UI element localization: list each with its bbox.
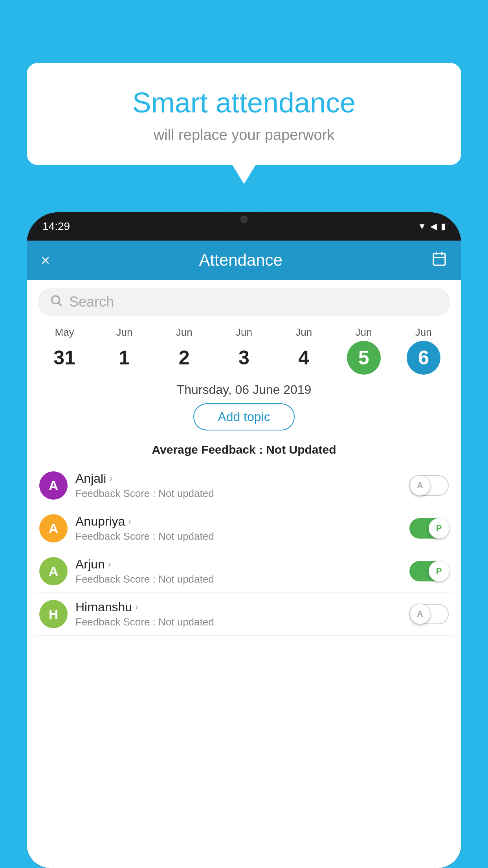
cal-month-label: Jun: [236, 326, 252, 338]
chevron-icon: ›: [108, 559, 111, 570]
wifi-icon: ▼: [418, 221, 426, 232]
status-icons: ▼ ◀ ▮: [418, 221, 446, 232]
calendar-day[interactable]: Jun1: [106, 326, 142, 375]
app-screen: × Attendance Search May31Jun1Jun2Jun3Jun…: [27, 241, 461, 868]
search-icon: [50, 294, 63, 310]
toggle-knob: P: [429, 518, 449, 539]
battery-icon: ▮: [441, 221, 446, 232]
svg-rect-0: [433, 253, 445, 265]
student-avatar: A: [39, 557, 68, 585]
student-avatar: A: [39, 514, 68, 542]
cal-month-label: Jun: [415, 326, 432, 338]
student-name[interactable]: Arjun ›: [75, 557, 402, 572]
phone-notch: [228, 212, 260, 226]
student-feedback: Feedback Score : Not updated: [75, 487, 402, 500]
cal-month-label: Jun: [295, 326, 312, 338]
app-header: × Attendance: [27, 241, 461, 280]
calendar-day[interactable]: Jun5: [346, 326, 382, 375]
toggle-knob: P: [429, 561, 449, 581]
cal-month-label: May: [55, 326, 74, 338]
cal-date-number: 2: [167, 341, 201, 375]
avg-feedback: Average Feedback : Not Updated: [27, 443, 461, 456]
phone-status-bar: 14:29 ▼ ◀ ▮: [27, 212, 461, 241]
bubble-subtitle: will replace your paperwork: [42, 127, 446, 143]
chevron-icon: ›: [128, 517, 131, 527]
avg-feedback-label: Average Feedback :: [152, 443, 262, 456]
close-button[interactable]: ×: [41, 252, 50, 269]
student-avatar: H: [39, 600, 68, 628]
app-title: Attendance: [199, 251, 283, 270]
cal-date-number: 31: [48, 341, 81, 375]
student-info: Arjun ›Feedback Score : Not updated: [75, 557, 402, 585]
student-info: Himanshu ›Feedback Score : Not updated: [75, 600, 402, 628]
search-placeholder: Search: [69, 294, 114, 310]
student-list: AAnjali ›Feedback Score : Not updatedAAA…: [27, 464, 461, 636]
phone-frame: 14:29 ▼ ◀ ▮ × Attendance Search Ma: [27, 212, 461, 868]
attendance-toggle[interactable]: A: [409, 604, 449, 624]
chevron-icon: ›: [109, 474, 112, 484]
calendar-day[interactable]: Jun4: [286, 326, 321, 375]
bubble-title: Smart attendance: [42, 86, 446, 119]
cal-month-label: Jun: [356, 326, 372, 338]
calendar-day[interactable]: May31: [47, 326, 82, 375]
student-name[interactable]: Himanshu ›: [75, 600, 402, 614]
cal-month-label: Jun: [176, 326, 193, 338]
student-name[interactable]: Anjali ›: [75, 471, 402, 486]
attendance-toggle[interactable]: P: [409, 561, 449, 581]
attendance-toggle[interactable]: A: [409, 475, 449, 496]
svg-line-5: [59, 303, 62, 306]
calendar-icon[interactable]: [431, 251, 447, 270]
student-info: Anjali ›Feedback Score : Not updated: [75, 471, 402, 500]
student-item: HHimanshu ›Feedback Score : Not updatedA: [35, 593, 453, 636]
cal-date-number: 4: [287, 341, 321, 375]
search-bar[interactable]: Search: [38, 288, 450, 316]
cal-date-number: 1: [107, 341, 141, 375]
add-topic-wrapper: Add topic: [27, 403, 461, 437]
chevron-icon: ›: [135, 602, 138, 612]
cal-date-number: 3: [227, 341, 261, 375]
student-feedback: Feedback Score : Not updated: [75, 530, 402, 542]
selected-date: Thursday, 06 June 2019: [27, 383, 461, 397]
cal-month-label: Jun: [116, 326, 132, 338]
phone-time: 14:29: [42, 220, 70, 233]
add-topic-button[interactable]: Add topic: [193, 403, 294, 430]
calendar-day[interactable]: Jun6: [406, 326, 441, 375]
student-feedback: Feedback Score : Not updated: [75, 616, 402, 628]
student-feedback: Feedback Score : Not updated: [75, 573, 402, 585]
student-item: AArjun ›Feedback Score : Not updatedP: [35, 550, 453, 593]
calendar-day[interactable]: Jun2: [167, 326, 202, 375]
toggle-knob: A: [410, 475, 430, 496]
student-name[interactable]: Anupriya ›: [75, 514, 402, 529]
avg-feedback-value: Not Updated: [266, 443, 336, 456]
toggle-knob: A: [410, 604, 430, 624]
svg-point-4: [52, 296, 60, 304]
student-item: AAnjali ›Feedback Score : Not updatedA: [35, 464, 453, 507]
speech-bubble-container: Smart attendance will replace your paper…: [27, 63, 461, 165]
student-avatar: A: [39, 471, 68, 500]
student-item: AAnupriya ›Feedback Score : Not updatedP: [35, 507, 453, 550]
attendance-toggle[interactable]: P: [409, 518, 449, 539]
notch-camera: [240, 216, 248, 223]
calendar-row: May31Jun1Jun2Jun3Jun4Jun5Jun6: [27, 322, 461, 375]
cal-date-number: 5: [347, 341, 381, 375]
student-info: Anupriya ›Feedback Score : Not updated: [75, 514, 402, 542]
calendar-day[interactable]: Jun3: [226, 326, 262, 375]
speech-bubble: Smart attendance will replace your paper…: [27, 63, 461, 165]
signal-icon: ◀: [430, 221, 437, 232]
cal-date-number: 6: [407, 341, 440, 375]
